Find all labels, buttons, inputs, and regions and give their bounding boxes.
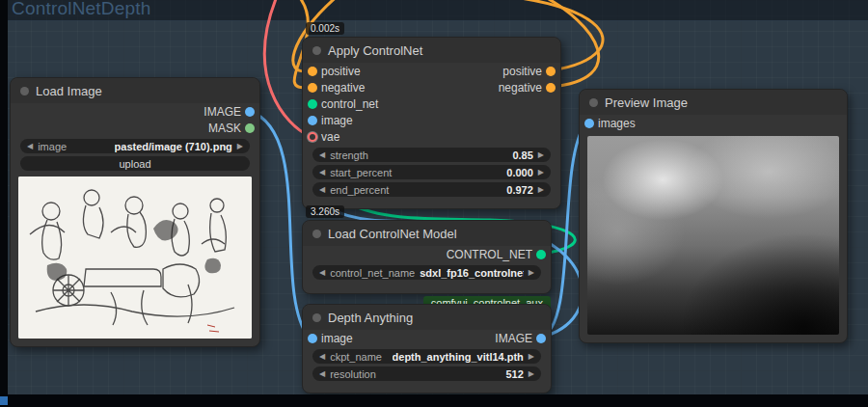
collapse-dot[interactable] <box>20 87 29 95</box>
widget-ckpt-name[interactable]: ◀ ckpt_name depth_anything_vitl14.pth ▶ <box>312 349 541 364</box>
widget-value: sdxl_fp16_controlnet... <box>420 267 524 279</box>
collapse-dot[interactable] <box>312 313 321 322</box>
input-port-vae[interactable] <box>308 132 317 142</box>
widget-resolution[interactable]: ◀ resolution 512 ▶ <box>312 366 541 381</box>
output-label-positive: positive <box>502 65 542 78</box>
node-title: Load Image <box>36 84 102 98</box>
node-load-controlnet-model[interactable]: 3.260s Load ControlNet Model CONTROL_NET… <box>302 220 552 294</box>
node-load-controlnet-model-header[interactable]: Load ControlNet Model <box>303 221 551 246</box>
widget-label: resolution <box>330 368 376 380</box>
upload-button[interactable]: upload <box>20 156 250 171</box>
collapse-dot[interactable] <box>312 46 321 55</box>
decrement-arrow-icon[interactable]: ◀ <box>319 353 325 361</box>
output-port-image[interactable] <box>245 107 255 117</box>
node-graph-canvas[interactable]: ControlNetDepth Load Image IMAGE MASK <box>0 0 868 407</box>
depth-map-preview <box>587 136 839 335</box>
left-edge-strip <box>0 0 8 407</box>
increment-arrow-icon[interactable]: ▶ <box>529 370 534 378</box>
input-port-negative[interactable] <box>308 83 317 93</box>
input-port-images[interactable] <box>584 119 594 128</box>
increment-arrow-icon[interactable]: ▶ <box>538 151 544 159</box>
output-label-control-net: CONTROL_NET <box>447 248 532 261</box>
output-port-mask[interactable] <box>245 123 255 133</box>
workflow-title: ControlNetDepth <box>12 0 151 19</box>
decrement-arrow-icon[interactable]: ◀ <box>319 151 325 159</box>
widget-strength[interactable]: ◀ strength 0.85 ▶ <box>312 148 551 162</box>
input-port-image[interactable] <box>308 334 317 343</box>
widget-value: 0.972 <box>506 184 533 196</box>
decrement-arrow-icon[interactable]: ◀ <box>319 186 325 194</box>
widget-label: end_percent <box>330 184 389 196</box>
collapse-dot[interactable] <box>312 230 321 238</box>
increment-arrow-icon[interactable]: ▶ <box>538 169 544 176</box>
upload-button-label: upload <box>119 158 150 170</box>
node-title: Depth Anything <box>328 311 413 325</box>
collapse-dot[interactable] <box>589 98 598 107</box>
widget-value: 512 <box>505 368 523 380</box>
node-preview-image-header[interactable]: Preview Image <box>580 90 847 115</box>
widget-value: 0.85 <box>512 149 532 161</box>
bottom-edge-strip <box>0 394 868 407</box>
widget-label: strength <box>330 149 368 161</box>
widget-value: depth_anything_vitl14.pth <box>393 351 524 363</box>
widget-image-filename[interactable]: ◀ image pasted/image (710).png ▶ <box>20 139 250 153</box>
input-label-control-net: control_net <box>321 97 378 111</box>
decrement-arrow-icon[interactable]: ◀ <box>319 370 325 378</box>
widget-end-percent[interactable]: ◀ end_percent 0.972 ▶ <box>312 182 551 197</box>
input-label-positive: positive <box>321 65 361 78</box>
input-label-images: images <box>598 117 636 130</box>
bottom-left-indicator <box>0 396 8 405</box>
increment-arrow-icon[interactable]: ▶ <box>237 143 243 150</box>
input-label-image: image <box>321 114 353 127</box>
node-depth-anything[interactable]: Depth Anything image IMAGE ◀ ckpt_name d… <box>302 304 552 393</box>
sketch-image-preview <box>18 176 252 339</box>
decrement-arrow-icon[interactable]: ◀ <box>319 169 325 176</box>
input-port-image[interactable] <box>308 116 317 125</box>
increment-arrow-icon[interactable]: ▶ <box>529 353 534 361</box>
output-label-image: IMAGE <box>495 332 532 345</box>
node-apply-controlnet-header[interactable]: Apply ControlNet <box>303 38 560 63</box>
widget-label: start_percent <box>330 167 392 178</box>
node-title: Load ControlNet Model <box>328 227 457 241</box>
widget-start-percent[interactable]: ◀ start_percent 0.000 ▶ <box>312 165 551 179</box>
node-load-image[interactable]: Load Image IMAGE MASK ◀ image pasted/ima… <box>10 77 260 347</box>
canvas-top-strip: ControlNetDepth <box>0 0 868 21</box>
decrement-arrow-icon[interactable]: ◀ <box>27 143 33 150</box>
node-apply-controlnet[interactable]: 0.002s Apply ControlNet positive positiv… <box>302 37 561 209</box>
widget-value: pasted/image (710).png <box>115 141 232 152</box>
output-port-negative[interactable] <box>546 83 556 93</box>
node-preview-image[interactable]: Preview Image images <box>579 89 848 343</box>
input-label-negative: negative <box>321 81 365 95</box>
node-title: Apply ControlNet <box>328 43 422 58</box>
widget-control-net-name[interactable]: ◀ control_net_name sdxl_fp16_controlnet.… <box>312 265 541 280</box>
node-load-image-header[interactable]: Load Image <box>11 78 259 103</box>
output-label-image: IMAGE <box>203 105 241 119</box>
output-port-positive[interactable] <box>546 67 556 76</box>
widget-label: control_net_name <box>330 267 415 279</box>
input-port-positive[interactable] <box>308 67 317 76</box>
output-label-mask: MASK <box>208 122 241 135</box>
widget-value: 0.000 <box>506 167 533 178</box>
output-port-image[interactable] <box>536 334 546 343</box>
node-title: Preview Image <box>605 95 688 110</box>
widget-label: image <box>38 141 67 152</box>
output-label-negative: negative <box>499 81 542 95</box>
input-label-image: image <box>321 332 353 345</box>
increment-arrow-icon[interactable]: ▶ <box>529 269 534 277</box>
increment-arrow-icon[interactable]: ▶ <box>538 186 544 194</box>
output-port-control-net[interactable] <box>536 250 546 259</box>
input-label-vae: vae <box>321 130 339 144</box>
widget-label: ckpt_name <box>330 351 382 363</box>
execution-timer: 0.002s <box>306 22 344 35</box>
input-port-control-net[interactable] <box>308 99 317 109</box>
execution-timer: 3.260s <box>306 205 344 218</box>
decrement-arrow-icon[interactable]: ◀ <box>319 269 325 277</box>
node-depth-anything-header[interactable]: Depth Anything <box>303 305 551 330</box>
